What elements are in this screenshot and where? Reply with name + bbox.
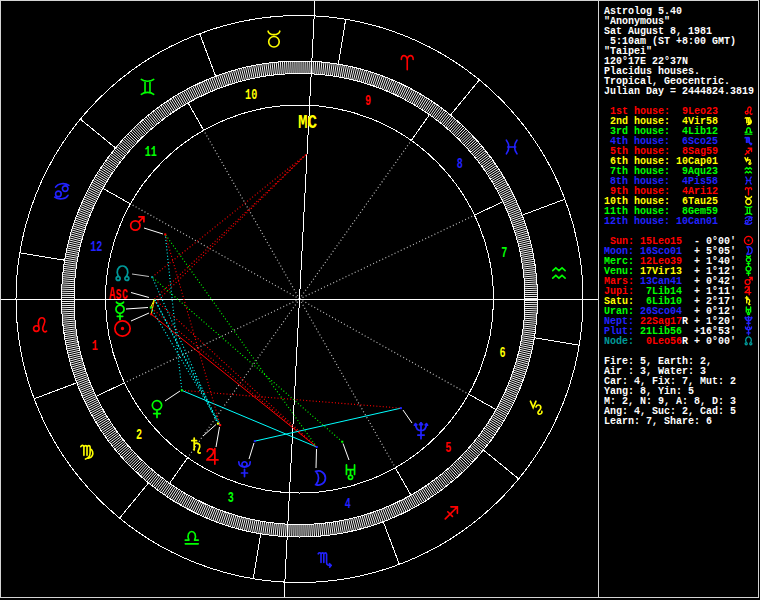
svg-text:5: 5: [445, 440, 451, 456]
svg-text:Asc: Asc: [109, 283, 128, 305]
svg-text:2: 2: [136, 428, 142, 444]
svg-text:3: 3: [228, 491, 234, 507]
svg-text:4: 4: [345, 497, 351, 513]
svg-text:7: 7: [501, 246, 507, 262]
svg-text:9: 9: [365, 94, 371, 110]
svg-text:8: 8: [457, 157, 463, 173]
svg-text:MC: MC: [298, 109, 317, 134]
svg-text:12: 12: [90, 239, 102, 255]
svg-text:1: 1: [92, 339, 98, 355]
svg-text:6: 6: [500, 345, 506, 361]
svg-text:11: 11: [145, 144, 157, 160]
svg-text:10: 10: [245, 88, 257, 104]
